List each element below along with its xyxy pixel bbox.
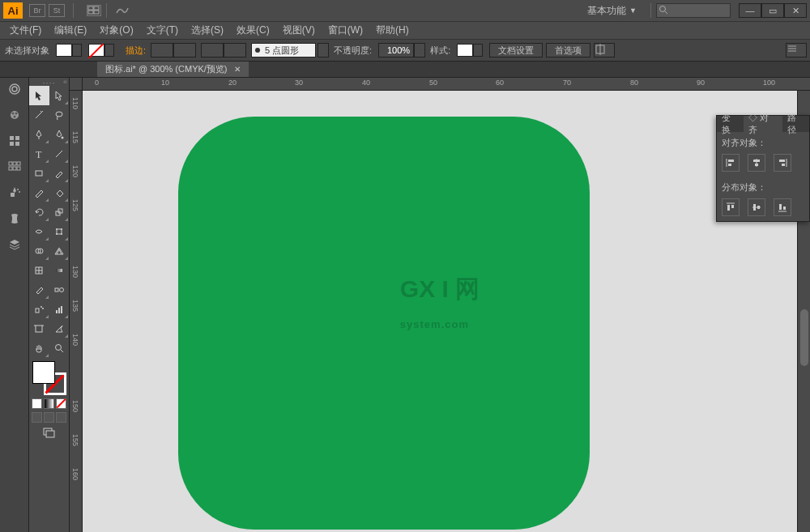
style-swatch[interactable] — [457, 44, 473, 57]
workspace-arrow-icon[interactable]: ▼ — [629, 6, 639, 15]
transform-tab[interactable]: 变换 — [717, 116, 744, 132]
control-menu-icon[interactable] — [786, 43, 807, 57]
draw-behind[interactable] — [44, 412, 54, 423]
stroke-width-profile[interactable] — [201, 43, 224, 57]
cc-libraries-icon[interactable] — [6, 81, 23, 97]
workspace-switcher[interactable]: 基本功能 — [587, 4, 626, 18]
column-graph-tool[interactable] — [49, 300, 70, 319]
collapse-icon[interactable]: « — [63, 78, 67, 86]
menu-effect[interactable]: 效果(C) — [230, 23, 276, 37]
svg-point-30 — [61, 137, 63, 139]
align-left-icon[interactable] — [722, 154, 740, 172]
artboard-tool[interactable] — [29, 319, 49, 338]
magic-wand-tool[interactable] — [29, 105, 49, 125]
scale-tool[interactable] — [49, 202, 70, 222]
menu-help[interactable]: 帮助(H) — [369, 23, 416, 37]
rotate-tool[interactable] — [29, 202, 49, 222]
slice-tool[interactable] — [49, 319, 70, 338]
close-button[interactable]: ✕ — [784, 3, 807, 18]
distribute-top-icon[interactable] — [722, 198, 740, 216]
free-transform-tool[interactable] — [49, 222, 70, 241]
shape-builder-tool[interactable] — [29, 241, 49, 261]
draw-inside[interactable] — [56, 412, 66, 423]
gpu-icon[interactable] — [115, 5, 130, 16]
menu-select[interactable]: 选择(S) — [185, 23, 230, 37]
maximize-button[interactable]: ▭ — [761, 3, 784, 18]
opacity-dropdown[interactable] — [414, 43, 425, 57]
scroll-thumb[interactable] — [800, 309, 808, 366]
menu-file[interactable]: 文件(F) — [3, 23, 48, 37]
ruler-origin[interactable] — [70, 78, 83, 91]
document-setup-button[interactable]: 文档设置 — [489, 43, 543, 57]
fill-swatch[interactable] — [56, 44, 72, 57]
align-right-icon[interactable] — [774, 154, 791, 172]
pen-tool[interactable] — [29, 125, 49, 144]
menu-edit[interactable]: 编辑(E) — [48, 23, 93, 37]
type-tool[interactable]: T — [29, 144, 49, 164]
rounded-rectangle-artwork[interactable] — [178, 117, 590, 530]
stroke-width-dropdown[interactable] — [224, 43, 246, 57]
pathfinder-tab[interactable]: 路径 — [782, 116, 809, 132]
search-input[interactable] — [656, 3, 731, 18]
menu-type[interactable]: 文字(T) — [140, 23, 185, 37]
minimize-button[interactable]: — — [739, 3, 761, 18]
distribute-vcenter-icon[interactable] — [748, 198, 765, 216]
menu-object[interactable]: 对象(O) — [93, 23, 139, 37]
none-mode[interactable] — [56, 398, 66, 409]
direct-selection-tool[interactable] — [49, 86, 70, 105]
brushes-icon[interactable] — [6, 159, 23, 175]
fill-indicator[interactable] — [32, 361, 55, 384]
ruler-horizontal[interactable]: 0 10 20 30 40 50 60 70 80 90 100 — [83, 78, 810, 91]
layers-icon[interactable] — [6, 236, 23, 253]
eraser-tool[interactable] — [49, 183, 70, 202]
style-dropdown[interactable] — [473, 44, 483, 57]
canvas[interactable]: GX I 网 system.com — [83, 91, 797, 532]
ruler-vertical[interactable]: 110 115 120 125 130 135 140 150 155 160 — [70, 91, 83, 532]
selection-tool[interactable] — [29, 86, 49, 105]
stroke-weight-stepper[interactable] — [151, 43, 173, 57]
distribute-bottom-icon[interactable] — [774, 198, 791, 216]
line-tool[interactable] — [49, 144, 70, 164]
align-artboard-icon[interactable] — [594, 43, 615, 57]
hand-tool[interactable] — [29, 338, 49, 358]
brush-definition[interactable]: 5 点圆形 — [251, 43, 316, 57]
zoom-tool[interactable] — [49, 338, 70, 358]
fill-stroke-indicator[interactable] — [32, 361, 66, 395]
color-icon[interactable] — [6, 107, 23, 123]
brush-dropdown[interactable] — [318, 43, 329, 57]
align-hcenter-icon[interactable] — [748, 154, 765, 172]
paintbrush-tool[interactable] — [49, 164, 70, 183]
color-mode[interactable] — [32, 398, 42, 409]
preferences-button[interactable]: 首选项 — [546, 43, 590, 57]
menu-window[interactable]: 窗口(W) — [322, 23, 369, 37]
curvature-tool[interactable] — [49, 125, 70, 144]
screen-mode[interactable] — [29, 427, 69, 438]
draw-normal[interactable] — [32, 412, 42, 423]
opacity-input[interactable]: 100% — [378, 43, 414, 57]
fill-dropdown[interactable] — [72, 44, 82, 57]
pencil-tool[interactable] — [29, 183, 49, 202]
symbol-sprayer-tool[interactable] — [29, 300, 49, 319]
symbol-sprayer-icon[interactable] — [6, 185, 23, 201]
lasso-tool[interactable] — [49, 105, 70, 125]
stroke-swatch[interactable] — [88, 44, 104, 57]
align-tab[interactable]: ◇ 对齐 — [744, 116, 782, 132]
symbols-icon[interactable] — [6, 211, 23, 227]
stock-icon[interactable]: St — [49, 4, 65, 17]
stroke-weight-dropdown[interactable] — [173, 43, 196, 57]
blend-tool[interactable] — [49, 280, 70, 300]
perspective-grid-tool[interactable] — [49, 241, 70, 261]
eyedropper-tool[interactable] — [29, 280, 49, 300]
rectangle-tool[interactable] — [29, 164, 49, 183]
tab-close-icon[interactable]: ✕ — [234, 65, 241, 74]
swatches-icon[interactable] — [6, 133, 23, 149]
bridge-icon[interactable]: Br — [29, 4, 45, 17]
menu-view[interactable]: 视图(V) — [276, 23, 322, 37]
width-tool[interactable] — [29, 222, 49, 241]
gradient-mode[interactable] — [44, 398, 54, 409]
gradient-tool[interactable] — [49, 261, 70, 280]
document-tab[interactable]: 图标.ai* @ 300% (CMYK/预览) ✕ — [97, 62, 249, 77]
mesh-tool[interactable] — [29, 261, 49, 280]
stroke-dropdown[interactable] — [104, 44, 114, 57]
arrange-docs-icon[interactable] — [87, 5, 101, 16]
